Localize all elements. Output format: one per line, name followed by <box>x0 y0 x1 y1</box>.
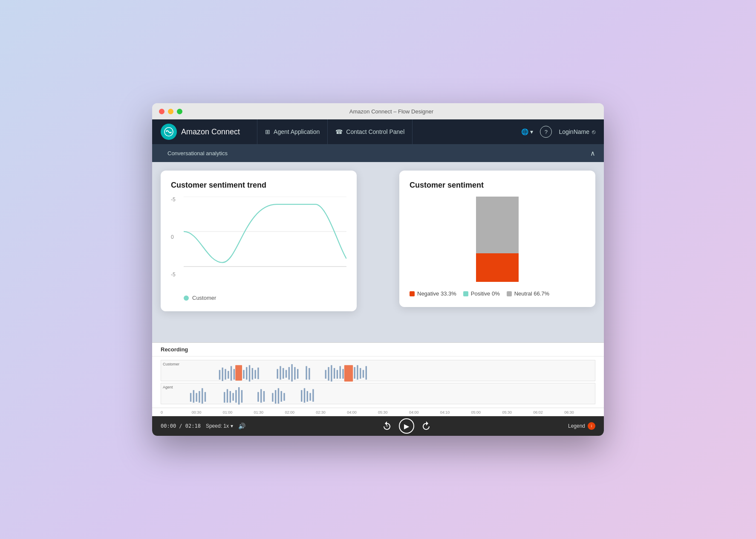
sentiment-legend: Negative 33.3% Positive 0% Neutral 66.7% <box>410 290 585 297</box>
time-0630: 06:30 <box>564 410 595 414</box>
svg-rect-41 <box>344 365 353 381</box>
browser-dot-close[interactable] <box>159 109 164 114</box>
svg-rect-52 <box>235 390 237 403</box>
nav-contact-label: Contact Control Panel <box>346 128 404 135</box>
time-0230: 02:30 <box>316 410 347 414</box>
positive-label: Positive 0% <box>471 290 500 297</box>
phone-icon: ☎ <box>335 128 343 135</box>
playback-bar: 00:00 / 02:18 Speed: 1x ▾ 🔊 10 ▶ <box>152 416 604 436</box>
nav-contact-control[interactable]: ☎ Contact Control Panel <box>328 119 413 144</box>
svg-rect-55 <box>257 392 259 402</box>
svg-rect-65 <box>307 391 308 402</box>
svg-rect-28 <box>325 370 326 379</box>
time-0100: 01:00 <box>223 410 254 414</box>
volume-icon[interactable]: 🔊 <box>238 423 245 429</box>
recording-header: Recording <box>152 343 604 356</box>
neutral-dot <box>507 291 512 296</box>
y-label-bot: -5 <box>171 272 182 278</box>
svg-rect-56 <box>260 389 262 403</box>
time-separator: / <box>179 423 185 429</box>
svg-rect-11 <box>234 369 235 380</box>
svg-rect-29 <box>328 367 329 381</box>
bar-negative <box>476 253 519 282</box>
speed-button[interactable]: Speed: 1x ▾ <box>206 423 233 429</box>
svg-rect-44 <box>196 393 197 402</box>
negative-dot <box>410 291 415 296</box>
svg-rect-43 <box>193 390 194 403</box>
browser-dot-maximize[interactable] <box>177 109 182 114</box>
chevron-up-icon: ∧ <box>590 150 595 157</box>
svg-rect-54 <box>241 390 242 403</box>
svg-rect-53 <box>238 387 239 405</box>
svg-rect-48 <box>224 392 225 403</box>
browser-dot-minimize[interactable] <box>168 109 173 114</box>
logout-icon: ⎋ <box>592 128 595 135</box>
time-0030: 00:30 <box>192 410 223 414</box>
user-menu[interactable]: LoginName ⎋ <box>559 128 595 135</box>
agent-waveform-svg <box>161 383 595 408</box>
customer-sentiment-card: Customer sentiment Negative 33.3% Positi… <box>399 171 595 307</box>
forward-button[interactable] <box>421 421 431 431</box>
svg-rect-42 <box>190 393 191 402</box>
negative-label: Negative 33.3% <box>417 290 456 297</box>
svg-rect-19 <box>280 366 281 380</box>
rewind-button[interactable]: 10 <box>382 421 392 431</box>
svg-rect-32 <box>337 370 338 379</box>
svg-rect-51 <box>232 393 234 401</box>
svg-rect-10 <box>231 366 232 381</box>
main-content: Customer sentiment trend -5 0 -5 <box>152 162 604 436</box>
svg-rect-64 <box>304 388 305 403</box>
time-current: 00:00 <box>161 423 176 429</box>
play-button[interactable]: ▶ <box>399 418 414 434</box>
y-label-top: -5 <box>171 197 182 203</box>
help-button[interactable]: ? <box>540 126 552 138</box>
svg-rect-60 <box>278 388 279 403</box>
svg-rect-18 <box>277 369 278 379</box>
time-0: 0 <box>161 410 192 414</box>
brand-name: Amazon Connect <box>181 128 240 136</box>
svg-rect-17 <box>257 368 259 379</box>
tab-conversational-analytics[interactable]: Conversational analytics <box>161 144 234 162</box>
svg-rect-59 <box>275 390 276 404</box>
tab-collapse-button[interactable]: ∧ <box>590 149 595 157</box>
svg-rect-50 <box>230 391 231 403</box>
svg-rect-31 <box>334 368 335 379</box>
globe-button[interactable]: 🌐 ▾ <box>521 128 533 135</box>
chart-y-axis: -5 0 -5 <box>171 197 182 278</box>
speed-chevron: ▾ <box>231 423 233 429</box>
time-0130: 01:30 <box>254 410 285 414</box>
legend-text: Legend <box>568 423 585 429</box>
svg-rect-47 <box>205 392 206 402</box>
sentiment-trend-chart: -5 0 -5 <box>171 197 346 290</box>
play-icon: ▶ <box>404 422 409 430</box>
time-0602: 06:02 <box>533 410 564 414</box>
svg-rect-57 <box>263 391 265 402</box>
svg-rect-45 <box>199 391 200 403</box>
svg-rect-20 <box>283 368 284 379</box>
svg-rect-7 <box>222 368 223 381</box>
svg-point-1 <box>166 130 167 132</box>
time-0400b: 04:00 <box>409 410 440 414</box>
svg-rect-39 <box>366 366 367 380</box>
nav-agent-application[interactable]: ⊞ Agent Application <box>257 119 328 144</box>
globe-icon: 🌐 <box>521 128 528 135</box>
svg-rect-35 <box>354 367 355 379</box>
svg-rect-66 <box>309 393 311 401</box>
time-display: 00:00 / 02:18 <box>161 423 201 429</box>
browser-title: Amazon Connect – Flow Designer <box>186 108 597 115</box>
time-0500: 05:00 <box>471 410 502 414</box>
legend-button[interactable]: Legend i <box>568 422 595 430</box>
tab-bar: Conversational analytics ∧ <box>152 144 604 162</box>
svg-point-2 <box>170 132 172 133</box>
neutral-label: Neutral 66.7% <box>514 290 549 297</box>
legend-positive: Positive 0% <box>463 290 500 297</box>
bar-neutral <box>476 197 519 253</box>
time-0400: 04:00 <box>347 410 378 414</box>
svg-rect-21 <box>286 370 287 378</box>
svg-rect-49 <box>227 389 228 403</box>
header-nav: ⊞ Agent Application ☎ Contact Control Pa… <box>257 119 521 144</box>
app-header: Amazon Connect ⊞ Agent Application ☎ Con… <box>152 119 604 144</box>
y-label-mid: 0 <box>171 234 182 240</box>
agent-app-icon: ⊞ <box>265 128 270 135</box>
username-label: LoginName <box>559 128 589 135</box>
